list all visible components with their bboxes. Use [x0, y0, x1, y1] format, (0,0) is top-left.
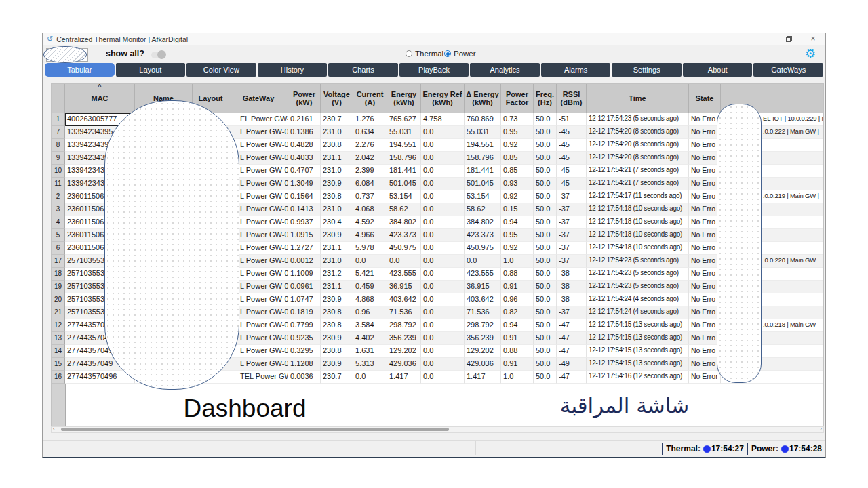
- cell-freq[interactable]: 50.0: [534, 332, 557, 345]
- cell-time[interactable]: 12-12 17:54:15 (13 seconds ago): [587, 358, 689, 371]
- cell-rssi[interactable]: -45: [557, 152, 587, 165]
- cell-voltage[interactable]: 230.4: [321, 216, 353, 229]
- close-button[interactable]: ×: [801, 33, 825, 45]
- tab-alarms[interactable]: Alarms: [541, 63, 611, 77]
- cell-num[interactable]: 14: [52, 345, 65, 358]
- cell-delta_energy[interactable]: 194.551: [465, 139, 501, 152]
- cell-current[interactable]: 4.402: [353, 332, 387, 345]
- cell-voltage[interactable]: 231.1: [321, 242, 353, 255]
- cell-delta_energy[interactable]: 403.642: [465, 293, 501, 306]
- cell-time[interactable]: 12-12 17:54:23 (5 seconds ago): [587, 281, 689, 293]
- cell-power_factor[interactable]: 0.96: [501, 293, 534, 306]
- column-header-time[interactable]: Time: [587, 84, 689, 113]
- cell-delta_energy[interactable]: 429.036: [465, 358, 501, 371]
- cell-energy_ref[interactable]: 0.0: [421, 165, 465, 178]
- cell-rssi[interactable]: -37: [557, 229, 587, 242]
- cell-power[interactable]: 0.0036: [288, 371, 321, 384]
- tab-playback[interactable]: PlayBack: [399, 63, 469, 77]
- cell-num[interactable]: 8: [52, 139, 65, 152]
- cell-delta_energy[interactable]: 181.441: [465, 165, 501, 178]
- cell-delta_energy[interactable]: 0.0: [465, 255, 501, 268]
- cell-power[interactable]: 0.3295: [288, 345, 321, 358]
- cell-current[interactable]: 0.737: [353, 190, 387, 203]
- cell-current[interactable]: 0.0: [353, 255, 387, 268]
- cell-num[interactable]: 11: [52, 178, 65, 190]
- cell-power[interactable]: 0.4828: [288, 139, 321, 152]
- cell-current[interactable]: 1.631: [353, 345, 387, 358]
- cell-energy[interactable]: 403.642: [387, 293, 421, 306]
- cell-freq[interactable]: 50.0: [534, 229, 557, 242]
- cell-num[interactable]: 21: [52, 306, 65, 319]
- cell-freq[interactable]: 50.0: [534, 319, 557, 332]
- cell-power[interactable]: 1.3049: [288, 178, 321, 190]
- cell-freq[interactable]: 50.0: [534, 126, 557, 139]
- cell-state[interactable]: No Erro: [689, 152, 721, 165]
- cell-time[interactable]: 12-12 17:54:23 (5 seconds ago): [587, 113, 689, 126]
- cell-gateway[interactable]: L Power GW-01: [229, 126, 288, 139]
- cell-freq[interactable]: 50.0: [534, 306, 557, 319]
- cell-current[interactable]: 2.042: [353, 152, 387, 165]
- cell-freq[interactable]: 50.0: [534, 216, 557, 229]
- cell-energy[interactable]: 298.792: [387, 319, 421, 332]
- cell-energy_ref[interactable]: 0.0: [421, 139, 465, 152]
- cell-rssi[interactable]: -47: [557, 345, 587, 358]
- cell-power_factor[interactable]: 0.95: [501, 229, 534, 242]
- cell-rssi[interactable]: -38: [557, 268, 587, 281]
- cell-voltage[interactable]: 231.0: [321, 203, 353, 216]
- cell-freq[interactable]: 50.0: [534, 113, 557, 126]
- cell-voltage[interactable]: 230.8: [321, 345, 353, 358]
- cell-current[interactable]: 6.084: [353, 178, 387, 190]
- column-header-power-kw-[interactable]: Power (kW): [288, 84, 321, 113]
- cell-power[interactable]: 1.0747: [288, 293, 321, 306]
- cell-energy_ref[interactable]: 0.0: [421, 306, 465, 319]
- cell-delta_energy[interactable]: 501.045: [465, 178, 501, 190]
- cell-energy_ref[interactable]: 0.0: [421, 293, 465, 306]
- column-header-energy-kwh-[interactable]: Energy (kWh): [387, 84, 421, 113]
- cell-power_factor[interactable]: 0.95: [501, 126, 534, 139]
- cell-power[interactable]: 1.1208: [288, 358, 321, 371]
- cell-voltage[interactable]: 231.2: [321, 268, 353, 281]
- cell-voltage[interactable]: 230.9: [321, 178, 353, 190]
- cell-time[interactable]: 12-12 17:54:18 (10 seconds ago): [587, 203, 689, 216]
- cell-energy_ref[interactable]: 0.0: [421, 216, 465, 229]
- column-header--energy-kwh-[interactable]: Δ Energy (kWh): [465, 84, 501, 113]
- cell-freq[interactable]: 50.0: [534, 152, 557, 165]
- cell-delta_energy[interactable]: 356.239: [465, 332, 501, 345]
- cell-energy_ref[interactable]: 0.0: [421, 345, 465, 358]
- cell-power_factor[interactable]: 0.88: [501, 345, 534, 358]
- tab-layout[interactable]: Layout: [116, 63, 186, 77]
- cell-current[interactable]: 4.068: [353, 203, 387, 216]
- cell-time[interactable]: 12-12 17:54:15 (13 seconds ago): [587, 319, 689, 332]
- cell-state[interactable]: No Erro: [689, 165, 721, 178]
- cell-time[interactable]: 12-12 17:54:23 (5 seconds ago): [587, 268, 689, 281]
- cell-num[interactable]: 7: [52, 126, 65, 139]
- cell-time[interactable]: 12-12 17:54:17 (11 seconds ago): [587, 190, 689, 203]
- cell-power_factor[interactable]: 0.92: [501, 190, 534, 203]
- cell-energy_ref[interactable]: 0.0: [421, 178, 465, 190]
- cell-rssi[interactable]: -38: [557, 281, 587, 293]
- cell-gateway[interactable]: L Power GW-01: [229, 358, 288, 371]
- cell-energy[interactable]: 501.045: [387, 178, 421, 190]
- cell-energy[interactable]: 423.555: [387, 268, 421, 281]
- cell-power_factor[interactable]: 1.0: [501, 371, 534, 384]
- cell-energy[interactable]: 384.802: [387, 216, 421, 229]
- cell-rssi[interactable]: -47: [557, 332, 587, 345]
- cell-delta_energy[interactable]: 1.417: [465, 371, 501, 384]
- cell-power[interactable]: 0.0961: [288, 281, 321, 293]
- tab-color-view[interactable]: Color View: [186, 63, 256, 77]
- cell-state[interactable]: No Erro: [689, 332, 721, 345]
- cell-state[interactable]: No Error: [689, 371, 721, 384]
- cell-delta_energy[interactable]: 298.792: [465, 319, 501, 332]
- cell-time[interactable]: 12-12 17:54:15 (13 seconds ago): [587, 332, 689, 345]
- cell-power[interactable]: 0.4707: [288, 165, 321, 178]
- cell-energy_ref[interactable]: 0.0: [421, 319, 465, 332]
- tab-analytics[interactable]: Analytics: [470, 63, 540, 77]
- cell-freq[interactable]: 50.0: [534, 281, 557, 293]
- cell-voltage[interactable]: 231.0: [321, 165, 353, 178]
- scrollbar-thumb[interactable]: [61, 428, 449, 431]
- cell-state[interactable]: No Erro: [689, 281, 721, 293]
- cell-power[interactable]: 0.1386: [288, 126, 321, 139]
- cell-voltage[interactable]: 230.8: [321, 319, 353, 332]
- radio-thermal[interactable]: Thermal: [406, 49, 443, 58]
- cell-energy_ref[interactable]: 4.758: [421, 113, 465, 126]
